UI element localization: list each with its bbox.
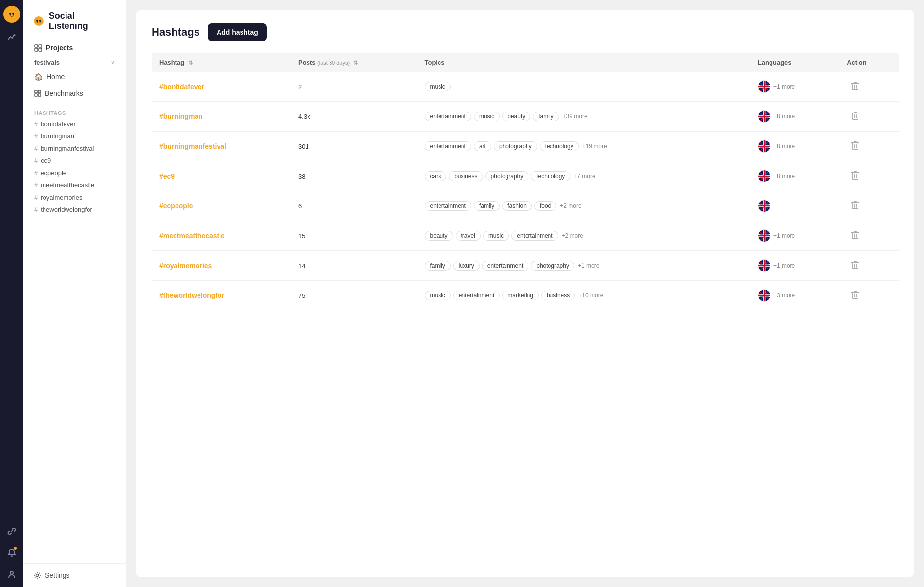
topic-tag: family [533,112,559,121]
svg-point-15 [36,574,39,577]
settings-item[interactable]: Settings [33,571,116,579]
hashtag-link[interactable]: #bontidafever [159,83,204,90]
topic-tag: family [425,261,451,271]
posts-cell: 6 [290,191,417,221]
delete-button[interactable] [847,258,863,273]
projects-label: Projects [46,44,73,52]
topics-more: +2 more [562,232,583,239]
add-hashtag-button[interactable]: Add hashtag [208,23,267,41]
sidebar-hashtag-label: burningmanfestival [41,145,94,152]
topics-more: +10 more [578,292,603,299]
hash-icon: # [34,133,38,140]
svg-rect-10 [39,48,42,51]
sidebar-hashtag-burningman[interactable]: # burningman [29,130,120,142]
posts-cell: 301 [290,132,417,161]
page-header: Hashtags Add hashtag [152,23,899,41]
hashtags-section: HASHTAGS # bontidafever # burningman # b… [23,106,126,216]
project-name: festivals [34,59,60,66]
lang-more: +1 more [773,83,795,90]
delete-button[interactable] [847,79,863,94]
chevron-icon: ∨ [111,59,115,66]
sidebar-hashtag-burningmanfestival[interactable]: # burningmanfestival [29,142,120,155]
hashtag-link[interactable]: #royalmemories [159,262,212,270]
action-cell [839,251,899,281]
language-cell [750,191,839,221]
hashtag-link[interactable]: #burningmanfestival [159,142,226,150]
sidebar-hashtag-label: burningman [41,133,74,140]
project-item-festivals[interactable]: festivals ∨ [29,56,120,69]
delete-button[interactable] [847,198,863,214]
benchmarks-icon [34,90,41,97]
svg-point-4 [34,16,44,26]
sidebar-hashtag-ecpeople[interactable]: # ecpeople [29,167,120,179]
hashtag-link[interactable]: #burningman [159,113,203,120]
posts-cell: 2 [290,72,417,102]
app-avatar[interactable] [3,6,20,23]
svg-rect-37 [852,232,858,239]
table-row: #royalmemories14familyluxuryentertainmen… [152,251,899,281]
table-row: #theworldwelongfor75musicentertainmentma… [152,281,899,311]
lang-more: +1 more [773,262,795,269]
language-cell: +1 more [750,221,839,251]
sort-posts-icon[interactable]: ⇅ [353,60,358,66]
posts-cell: 38 [290,161,417,191]
action-cell [839,132,899,161]
svg-point-2 [12,13,14,15]
hashtag-cell: #ec9 [152,161,290,191]
sort-hashtag-icon[interactable]: ⇅ [188,60,193,66]
sidebar-hashtag-theworldwelongfor[interactable]: # theworldwelongfor [29,203,120,216]
topic-tag: luxury [453,261,480,271]
topics-cell: carsbusinessphotographytechnology+7 more [417,161,750,191]
topics-more: +2 more [560,203,581,209]
hashtag-table: Hashtag ⇅ Posts (last 30 days) ⇅ Topics … [152,53,899,310]
topics-more: +7 more [573,173,595,180]
sidebar-hashtag-ec9[interactable]: # ec9 [29,155,120,167]
topic-tag: family [474,201,500,211]
topic-tag: entertainment [453,291,500,300]
projects-header[interactable]: Projects [29,40,120,56]
user-icon[interactable] [5,567,19,581]
col-hashtag[interactable]: Hashtag ⇅ [152,53,290,72]
bell-icon[interactable] [5,546,19,560]
svg-rect-9 [35,48,38,51]
icon-strip [0,0,23,587]
hashtag-link[interactable]: #theworldwelongfor [159,292,224,299]
sidebar-hashtag-label: meetmeatthecastle [41,181,94,189]
sidebar-hashtag-bontidafever[interactable]: # bontidafever [29,118,120,130]
topic-tag: music [483,231,509,241]
sidebar-hashtag-label: royalmemories [41,194,82,201]
delete-button[interactable] [847,168,863,184]
topic-tag: business [541,291,575,300]
topic-tag: food [534,201,556,211]
hash-icon: # [34,181,38,189]
topic-tag: cars [425,171,447,181]
delete-button[interactable] [847,288,863,303]
table-row: #burningman4.3kentertainmentmusicbeautyf… [152,102,899,132]
sidebar-item-home[interactable]: 🏠 Home [29,69,120,85]
topic-tag: fashion [502,201,532,211]
topics-more: +39 more [563,113,588,120]
content-area: Hashtags Add hashtag Hashtag ⇅ Posts (la… [136,10,914,577]
delete-button[interactable] [847,228,863,244]
delete-button[interactable] [847,138,863,154]
lang-more: +3 more [773,292,795,299]
link-nav-icon[interactable] [5,524,19,538]
sidebar-item-benchmarks[interactable]: Benchmarks [29,86,120,101]
svg-rect-14 [38,94,41,96]
chart-icon[interactable] [5,30,19,44]
lang-more: +8 more [773,143,795,150]
hashtags-section-title: HASHTAGS [29,106,120,118]
sidebar-hashtag-meetmeatthecastle[interactable]: # meetmeatthecastle [29,179,120,191]
app-title: Social Listening [49,11,116,31]
lang-more: +8 more [773,173,795,180]
hashtag-link[interactable]: #ecpeople [159,202,193,210]
hashtag-link[interactable]: #ec9 [159,172,175,180]
svg-rect-11 [35,90,37,93]
table-row: #bontidafever2music +1 more [152,72,899,102]
hash-icon: # [34,157,38,164]
col-languages: Languages [750,53,839,72]
col-posts[interactable]: Posts (last 30 days) ⇅ [290,53,417,72]
delete-button[interactable] [847,109,863,124]
hashtag-link[interactable]: #meetmeatthecastle [159,232,225,240]
sidebar-hashtag-royalmemories[interactable]: # royalmemories [29,191,120,203]
